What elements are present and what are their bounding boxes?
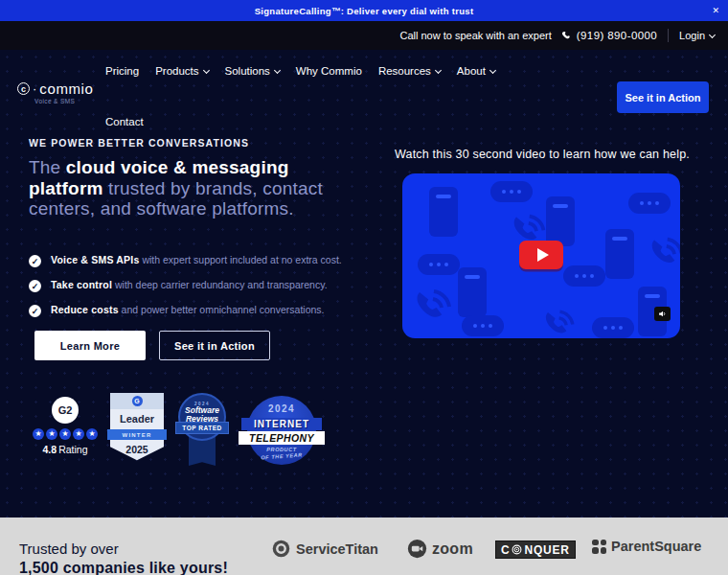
nav-item-products[interactable]: Products [155,65,208,77]
nav-item-resources[interactable]: Resources [378,65,441,77]
feature-bullet-list: ✓ Voice & SMS APIs with expert support i… [29,254,374,329]
speaker-icon [658,310,667,318]
check-circle-icon: ✓ [29,255,41,267]
logo-tagline: Voice & SMS [34,98,93,104]
check-circle-icon: ✓ [29,305,41,317]
hero-section: c · commio Voice & SMS Pricing Products … [0,50,728,518]
star-icon: ★ [33,428,44,440]
trust-line-2: 1,500 companies like yours! [19,560,228,575]
learn-more-button[interactable]: Learn More [34,331,146,360]
commio-logo-icon: c [17,82,30,95]
software-reviews-top-rated-badge: 2024 Software Reviews TOP RATED [174,393,230,473]
star-icon: ★ [59,428,71,440]
g2-leader-badge: G Leader 2025 WINTER [109,393,165,470]
internet-telephony-badge: 2024 INTERNET TELEPHONY PRODUCT OF THE Y… [239,396,324,471]
conquer-logo: C NQUER [495,540,576,559]
star-icon: ★ [46,428,57,440]
phone-call-pattern-icon [644,235,680,277]
hero-eyebrow: WE POWER BETTER CONVERSATIONS [29,137,249,149]
chevron-down-icon [203,66,210,73]
parentsquare-logo: ParentSquare [592,539,701,554]
conquer-target-icon [512,544,522,555]
phone-call-pattern-icon [408,287,454,333]
promo-banner-text: SignatureCalling™: Deliver every dial wi… [255,6,474,16]
star-rating: ★ ★ ★ ★ ★ [29,428,102,440]
nav-item-pricing[interactable]: Pricing [105,65,139,77]
utility-topbar: Call now to speak with an expert (919) 8… [0,21,728,50]
g2-rating-badge: G2 ★ ★ ★ ★ ★ 4.8Rating [29,397,102,455]
parentsquare-grid-icon [592,540,606,554]
video-caption: Watch this 30 second video to learn how … [389,148,695,161]
phone-pattern-shape [429,187,458,237]
hero-heading: The cloud voice & messaging platform tru… [29,157,347,219]
g2-mini-logo-icon: G [132,396,143,406]
chevron-down-icon [435,66,442,73]
play-button[interactable] [519,241,563,269]
star-icon: ★ [86,428,98,440]
logo-wordmark: commio [39,80,93,97]
phone-number-link[interactable]: (919) 890-0000 [561,30,657,41]
call-now-text: Call now to speak with an expert [399,30,551,41]
chat-bubble-pattern-shape [628,193,671,214]
chat-bubble-pattern-shape [490,181,533,202]
award-badges: G2 ★ ★ ★ ★ ★ 4.8Rating G Leader 2025 WIN… [29,393,328,473]
nav-item-contact[interactable]: Contact [105,116,144,127]
zoom-logo: zoom [407,539,473,559]
login-button[interactable]: Login [679,30,715,41]
nav-item-why-commio[interactable]: Why Commio [296,65,362,77]
commio-logo[interactable]: c · commio Voice & SMS [17,80,93,104]
trusted-companies-bar: Trusted by over 1,500 companies like you… [0,518,728,575]
bullet-voice-sms-apis: ✓ Voice & SMS APIs with expert support i… [29,254,374,267]
phone-pattern-shape [605,229,634,279]
login-label: Login [679,30,705,41]
play-icon [537,248,549,262]
nav-item-about[interactable]: About [457,65,495,77]
mute-button[interactable] [654,307,671,321]
servicetitan-lion-icon [271,539,291,559]
g2-rating-text: 4.8Rating [29,444,102,455]
leader-year: 2025 [110,444,164,455]
logo-separator-dot: · [33,81,36,96]
phone-pattern-shape [546,196,575,246]
leader-title: Leader [110,413,164,425]
phone-call-pattern-icon [538,308,577,338]
chevron-down-icon [489,66,496,73]
phone-number: (919) 890-0000 [577,30,657,41]
nav-item-solutions[interactable]: Solutions [225,65,280,77]
close-icon[interactable]: ✕ [712,0,719,21]
main-nav: Pricing Products Solutions Why Commio Re… [105,65,495,77]
chevron-down-icon [274,66,281,73]
chat-bubble-pattern-shape [563,265,605,287]
hero-button-row: Learn More See it in Action [34,331,270,360]
servicetitan-logo: ServiceTitan [271,539,378,559]
chat-bubble-pattern-shape [592,317,634,338]
g2-logo-icon: G2 [52,397,79,424]
chat-bubble-pattern-shape [462,315,504,336]
top-rated-band: TOP RATED [175,422,229,434]
promo-banner: SignatureCalling™: Deliver every dial wi… [0,0,728,21]
zoom-camera-icon [407,539,427,559]
video-player[interactable] [402,173,680,338]
see-it-in-action-button[interactable]: See it in Action [159,331,270,360]
phone-icon [561,31,572,41]
check-circle-icon: ✓ [29,280,41,292]
star-icon: ★ [73,428,84,440]
trust-statement: Trusted by over 1,500 companies like you… [19,540,228,575]
chat-bubble-pattern-shape [418,254,460,275]
telephony-medal: 2024 INTERNET TELEPHONY PRODUCT OF THE Y… [247,396,316,465]
trust-line-1: Trusted by over [19,540,228,557]
phone-pattern-shape [458,267,487,317]
bullet-reduce-costs: ✓ Reduce costs and power better omnichan… [29,304,374,317]
leader-season: WINTER [107,429,167,440]
header-see-it-in-action-button[interactable]: See it in Action [617,81,709,113]
page: SignatureCalling™: Deliver every dial wi… [0,0,728,575]
chevron-down-icon [709,31,716,37]
leader-shield: G Leader 2025 [110,393,164,464]
bullet-take-control: ✓ Take control with deep carrier redunda… [29,279,374,292]
topbar-divider [668,29,669,42]
